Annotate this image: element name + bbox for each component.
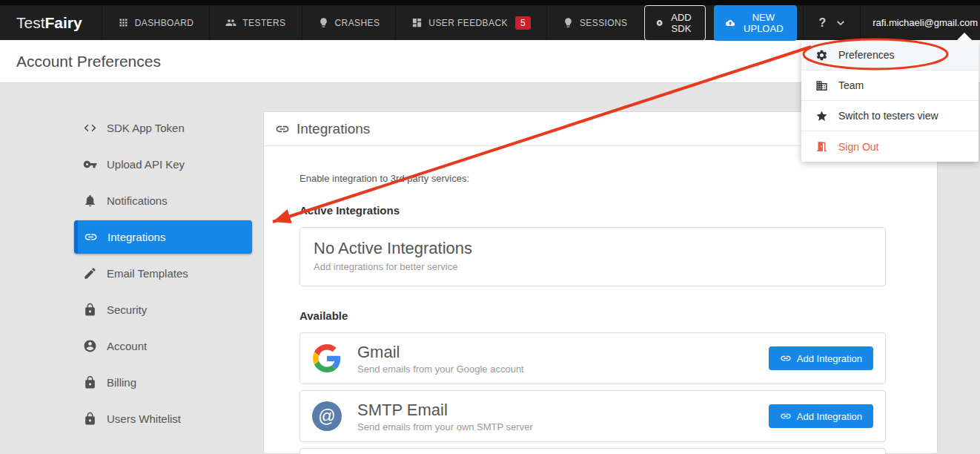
link-icon (780, 352, 792, 364)
code-icon (83, 121, 97, 135)
integration-description: Send emails from your Google account (357, 363, 524, 375)
menu-item-label: Team (838, 79, 864, 91)
integration-description: Send emails from your own SMTP server (357, 421, 533, 432)
menu-item-sign-out[interactable]: Sign Out (801, 131, 979, 162)
add-integration-button-smtp[interactable]: Add Integration (769, 404, 873, 428)
bell-icon (83, 194, 97, 208)
integration-row-gmail: Gmail Send emails from your Google accou… (299, 332, 886, 384)
empty-state-title: No Active Integrations (314, 239, 872, 258)
sidebar-item-account[interactable]: Account (74, 329, 252, 363)
sidebar-item-label: Users Whitelist (107, 412, 181, 425)
navbar-right-group: ADD SDK NEW UPLOAD ? rafi.michaeli@gmail… (644, 5, 980, 40)
link-icon (275, 122, 290, 136)
sidebar-item-sdk-app-token[interactable]: SDK App Token (74, 111, 252, 145)
sidebar-item-integrations[interactable]: Integrations (74, 220, 252, 254)
new-upload-button[interactable]: NEW UPLOAD (714, 5, 797, 41)
link-icon (780, 410, 792, 422)
sidebar-item-label: Upload API Key (107, 158, 185, 171)
add-integration-label: Add Integration (797, 353, 862, 364)
add-sdk-button[interactable]: ADD SDK (644, 5, 706, 41)
bulb-icon (318, 17, 329, 28)
gear-icon (815, 49, 828, 62)
nav-item-label: USER FEEDBACK (428, 18, 508, 28)
nav-item-label: TESTERS (242, 18, 285, 28)
lock-icon (83, 303, 97, 317)
nav-item-testers[interactable]: TESTERS (209, 5, 301, 40)
lock-icon (83, 412, 97, 426)
panel-body: Enable integration to 3rd party services… (264, 146, 937, 454)
grid-icon (118, 17, 129, 28)
link-icon (84, 230, 98, 244)
panel-title: Integrations (297, 121, 370, 137)
feedback-count-badge: 5 (515, 16, 531, 30)
menu-item-preferences[interactable]: Preferences (801, 40, 979, 70)
available-heading: Available (299, 309, 886, 322)
sidebar-item-label: Integrations (107, 231, 165, 243)
new-upload-label: NEW UPLOAD (741, 12, 785, 34)
add-integration-button-gmail[interactable]: Add Integration (769, 346, 873, 370)
integration-row-slack: Slack Add Integration (299, 448, 886, 454)
plus-circle-icon (656, 17, 663, 29)
menu-item-team[interactable]: Team (801, 70, 979, 101)
add-sdk-label: ADD SDK (669, 12, 694, 34)
integration-info: Gmail Send emails from your Google accou… (357, 343, 524, 375)
sidebar-item-label: Account (107, 340, 147, 352)
sidebar-item-security[interactable]: Security (74, 293, 252, 326)
account-dropdown-menu: Preferences Team Switch to testers view … (801, 40, 979, 162)
smtp-at-logo: @ (312, 401, 342, 431)
cloud-upload-icon (726, 18, 735, 28)
testfairy-logo[interactable]: TestFairy (0, 5, 102, 40)
nav-item-label: DASHBOARD (135, 18, 194, 28)
sidebar-item-email-templates[interactable]: Email Templates (74, 257, 252, 290)
sidebar-item-notifications[interactable]: Notifications (74, 184, 252, 217)
sidebar-item-label: Billing (107, 376, 136, 389)
nav-item-label: SESSIONS (580, 18, 628, 28)
integration-name: SMTP Email (357, 401, 533, 420)
dropdown-caret (956, 33, 973, 41)
star-icon (815, 110, 828, 122)
nav-menu: DASHBOARD TESTERS CRASHES USER FEEDBACK … (102, 5, 644, 40)
menu-item-label: Preferences (838, 49, 894, 61)
nav-item-user-feedback[interactable]: USER FEEDBACK 5 (395, 5, 546, 40)
preferences-sidebar: SDK App Token Upload API Key Notificatio… (0, 83, 263, 454)
key-icon (83, 157, 97, 171)
door-icon (815, 140, 828, 153)
tiles-icon (411, 17, 423, 28)
empty-state-subtitle: Add integrations for better service (314, 261, 872, 272)
help-menu[interactable]: ? (803, 5, 860, 40)
nav-item-dashboard[interactable]: DASHBOARD (102, 5, 210, 40)
people-icon (225, 17, 236, 28)
menu-item-switch-to-testers-view[interactable]: Switch to testers view (801, 101, 979, 131)
logo-text-bold: Fairy (45, 14, 82, 32)
integration-row-smtp: @ SMTP Email Send emails from your own S… (299, 390, 886, 442)
sidebar-item-label: Notifications (107, 194, 168, 207)
page-title: Account Preferences (16, 53, 161, 70)
no-active-integrations-card: No Active Integrations Add integrations … (299, 227, 886, 286)
intro-text: Enable integration to 3rd party services… (299, 173, 886, 184)
lock-icon (83, 375, 97, 389)
sidebar-item-upload-api-key[interactable]: Upload API Key (74, 148, 252, 181)
account-email: rafi.michaeli@gmail.com (873, 17, 978, 28)
nav-item-label: CRASHES (335, 18, 380, 28)
logo-text-light: Test (16, 14, 45, 32)
chevron-down-icon (836, 20, 845, 26)
sidebar-item-label: Email Templates (107, 267, 188, 280)
nav-item-sessions[interactable]: SESSIONS (546, 5, 644, 40)
sidebar-item-label: SDK App Token (107, 122, 185, 134)
pencil-icon (83, 266, 97, 280)
sidebar-item-label: Security (107, 303, 147, 316)
bulb-icon (563, 17, 574, 28)
person-icon (83, 339, 97, 353)
integrations-panel: Integrations Enable integration to 3rd p… (263, 111, 938, 454)
help-label: ? (818, 16, 826, 30)
window-top-strip (0, 0, 980, 5)
google-logo (312, 343, 342, 373)
sidebar-item-users-whitelist[interactable]: Users Whitelist (74, 402, 252, 435)
menu-item-label: Switch to testers view (838, 110, 938, 122)
top-navbar: TestFairy DASHBOARD TESTERS CRASHES USER… (0, 5, 980, 40)
nav-item-crashes[interactable]: CRASHES (302, 5, 396, 40)
sidebar-item-billing[interactable]: Billing (74, 366, 252, 399)
building-icon (815, 79, 828, 92)
add-integration-label: Add Integration (797, 411, 862, 422)
menu-item-label: Sign Out (838, 141, 878, 153)
